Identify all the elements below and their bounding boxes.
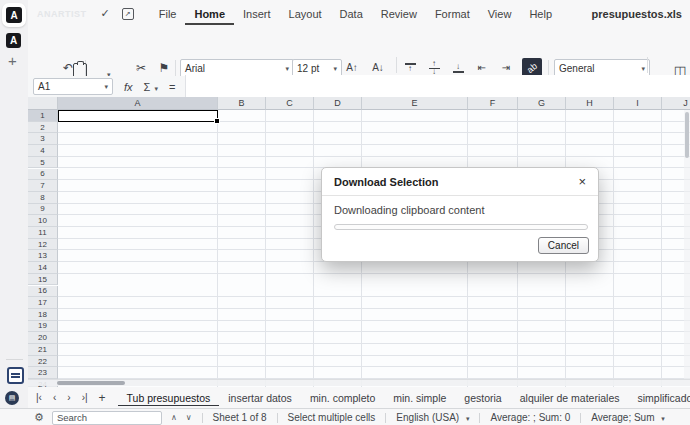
close-icon[interactable]: × [578, 175, 586, 188]
vertical-scrollbar-thumb[interactable] [685, 112, 689, 158]
decrease-font-button[interactable]: A↓ [368, 57, 388, 77]
status-divider [277, 413, 278, 423]
search-previous-icon[interactable]: ∧ [171, 413, 177, 422]
cancel-button[interactable]: Cancel [538, 237, 589, 254]
row-header-20[interactable]: 20 [28, 332, 58, 344]
aggregate-selector[interactable]: Average; Sum ▾ [591, 412, 664, 423]
row-header-2[interactable]: 2 [28, 122, 58, 134]
sheet-tab[interactable]: min. simple [384, 389, 455, 406]
row-header-23[interactable]: 23 [28, 367, 58, 379]
formula-input[interactable] [185, 75, 690, 98]
row-header-1[interactable]: 1 [28, 110, 58, 122]
row-header-16[interactable]: 16 [28, 286, 58, 298]
document-tab-icon[interactable]: A [6, 33, 21, 48]
cell-name-box[interactable]: A1▾ [33, 78, 113, 95]
search-input[interactable] [52, 411, 162, 425]
previous-sheet-button[interactable]: ‹ [53, 392, 56, 403]
sheet-tab[interactable]: simplificado - todo [629, 389, 690, 406]
row-header-21[interactable]: 21 [28, 344, 58, 356]
next-sheet-button[interactable]: › [67, 392, 70, 403]
column-header-F[interactable]: F [468, 97, 518, 110]
row-header-15[interactable]: 15 [28, 274, 58, 286]
chevron-down-icon: ▾ [104, 83, 108, 91]
horizontal-scrollbar-thumb[interactable] [57, 381, 125, 385]
open-external-icon[interactable]: ↗ [122, 8, 134, 20]
menu-insert[interactable]: Insert [234, 2, 280, 25]
aggregates-readout: Average: ; Sum: 0 [490, 412, 570, 423]
sheet-tab[interactable]: insertar datos [219, 389, 301, 406]
row-header-17[interactable]: 17 [28, 297, 58, 309]
vertical-scrollbar[interactable] [684, 110, 690, 379]
menu-view[interactable]: View [479, 2, 521, 25]
row-header-14[interactable]: 14 [28, 262, 58, 274]
dialog-header[interactable]: Download Selection × [322, 168, 598, 196]
app-logo-container[interactable]: A [2, 3, 26, 27]
row-header-11[interactable]: 11 [28, 227, 58, 239]
gridline [661, 110, 662, 387]
chevron-down-icon: ▾ [285, 65, 289, 73]
column-header-E[interactable]: E [362, 97, 468, 110]
download-selection-dialog: Download Selection × Downloading clipboa… [321, 167, 599, 262]
sheet-tab-bar: |‹ ‹ › ›| + Tub presupuestosinsertar dat… [28, 387, 690, 408]
home-toolbar: ↶ ↷ Paste ▾ ✂ ⚑ ✗ Arial▾ 12 pt▾ A↑ A↓ B … [28, 27, 690, 76]
last-sheet-button[interactable]: ›| [82, 392, 88, 403]
sheet-tab[interactable]: alquiler de materiales [511, 389, 629, 406]
add-sheet-button[interactable]: + [99, 391, 106, 405]
sheet-tab[interactable]: gestoria [455, 389, 510, 406]
column-header-D[interactable]: D [314, 97, 362, 110]
menu-data[interactable]: Data [331, 2, 372, 25]
spreadsheet-app-icon[interactable] [7, 367, 24, 384]
menu-layout[interactable]: Layout [280, 2, 331, 25]
first-sheet-button[interactable]: |‹ [36, 392, 42, 403]
row-header-9[interactable]: 9 [28, 204, 58, 216]
copy-style-button[interactable]: ⚑ [154, 58, 174, 78]
column-header-C[interactable]: C [266, 97, 314, 110]
column-header-H[interactable]: H [566, 97, 614, 110]
menu-file[interactable]: File [150, 2, 186, 25]
toolbar-divider [647, 57, 648, 73]
selected-cell-outline [58, 110, 218, 122]
row-header-18[interactable]: 18 [28, 309, 58, 321]
row-header-5[interactable]: 5 [28, 157, 58, 169]
row-header-13[interactable]: 13 [28, 250, 58, 262]
select-all-corner[interactable] [28, 97, 58, 110]
row-header-4[interactable]: 4 [28, 145, 58, 157]
add-document-button[interactable]: + [8, 52, 17, 69]
language-selector[interactable]: English (USA) ▾ [396, 412, 469, 423]
gear-icon[interactable]: ⚙ [34, 411, 44, 424]
row-header-22[interactable]: 22 [28, 356, 58, 368]
formula-bar: A1▾ fx Σ▾ = [28, 76, 690, 98]
menu-home[interactable]: Home [185, 2, 234, 25]
gridline [613, 110, 614, 387]
dialog-message: Downloading clipboard content [334, 204, 588, 216]
menu-review[interactable]: Review [372, 2, 426, 25]
autosum-button[interactable]: Σ▾ [144, 81, 158, 93]
menu-format[interactable]: Format [426, 2, 479, 25]
column-header-A[interactable]: A [58, 97, 218, 110]
equals-icon: = [169, 81, 175, 93]
row-header-6[interactable]: 6 [28, 169, 58, 181]
column-header-B[interactable]: B [218, 97, 266, 110]
sheet-tab[interactable]: Tub presupuestos [118, 389, 220, 406]
dialog-title: Download Selection [334, 176, 439, 188]
status-divider [202, 413, 203, 423]
column-header-I[interactable]: I [614, 97, 662, 110]
menu-help[interactable]: Help [520, 2, 561, 25]
row-header-12[interactable]: 12 [28, 239, 58, 251]
column-header-G[interactable]: G [518, 97, 566, 110]
sheet-info: Sheet 1 of 8 [213, 412, 267, 423]
cut-button[interactable]: ✂ [131, 58, 151, 78]
row-header-8[interactable]: 8 [28, 192, 58, 204]
insert-function-button[interactable]: fx [124, 81, 133, 93]
row-header-19[interactable]: 19 [28, 321, 58, 333]
sheet-tab[interactable]: min. completo [301, 389, 384, 406]
search-next-icon[interactable]: ∨ [186, 413, 192, 422]
selection-hint: Select multiple cells [288, 412, 376, 423]
column-header-J[interactable]: J [662, 97, 690, 110]
row-header-7[interactable]: 7 [28, 180, 58, 192]
bottom-left-badge-icon[interactable]: ▤ [5, 391, 19, 405]
horizontal-scrollbar[interactable] [28, 379, 690, 386]
row-header-3[interactable]: 3 [28, 133, 58, 145]
increase-font-button[interactable]: A↑ [342, 57, 362, 77]
row-header-10[interactable]: 10 [28, 215, 58, 227]
